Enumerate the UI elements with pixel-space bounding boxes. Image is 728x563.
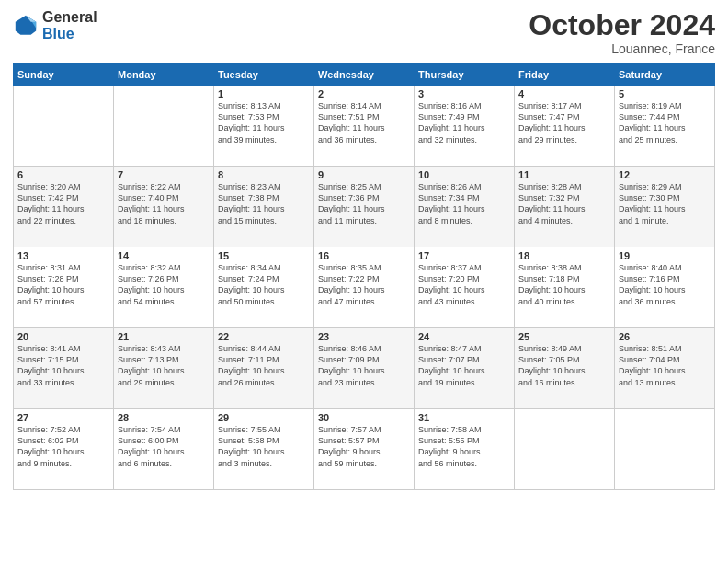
day-info: Sunrise: 8:19 AM Sunset: 7:44 PM Dayligh… [619,100,711,145]
day-info: Sunrise: 8:23 AM Sunset: 7:38 PM Dayligh… [218,181,310,226]
calendar-cell [14,86,114,167]
calendar-cell: 18Sunrise: 8:38 AM Sunset: 7:18 PM Dayli… [515,247,615,328]
day-info: Sunrise: 8:22 AM Sunset: 7:40 PM Dayligh… [118,181,210,226]
calendar-cell: 31Sunrise: 7:58 AM Sunset: 5:55 PM Dayli… [415,409,515,490]
day-number: 20 [17,331,109,342]
day-info: Sunrise: 8:20 AM Sunset: 7:42 PM Dayligh… [17,181,109,226]
day-number: 6 [17,169,109,180]
day-info: Sunrise: 7:54 AM Sunset: 6:00 PM Dayligh… [118,424,210,469]
calendar-cell: 10Sunrise: 8:26 AM Sunset: 7:34 PM Dayli… [415,167,515,247]
calendar-cell: 13Sunrise: 8:31 AM Sunset: 7:28 PM Dayli… [14,247,114,328]
day-info: Sunrise: 8:40 AM Sunset: 7:16 PM Dayligh… [619,262,711,307]
calendar-cell [615,409,715,490]
calendar-cell: 5Sunrise: 8:19 AM Sunset: 7:44 PM Daylig… [615,86,715,167]
day-number: 9 [318,169,410,180]
day-number: 7 [118,169,210,180]
day-info: Sunrise: 8:43 AM Sunset: 7:13 PM Dayligh… [118,343,210,388]
day-number: 4 [518,88,610,99]
day-number: 13 [17,250,109,261]
calendar-cell: 19Sunrise: 8:40 AM Sunset: 7:16 PM Dayli… [615,247,715,328]
day-number: 5 [619,88,711,99]
calendar-cell: 25Sunrise: 8:49 AM Sunset: 7:05 PM Dayli… [515,328,615,409]
calendar-cell: 14Sunrise: 8:32 AM Sunset: 7:26 PM Dayli… [114,247,214,328]
day-number: 30 [318,412,410,423]
calendar-cell: 22Sunrise: 8:44 AM Sunset: 7:11 PM Dayli… [214,328,314,409]
header-thursday: Thursday [415,64,515,86]
title-area: October 2024 Louannec, France [529,9,715,56]
day-info: Sunrise: 8:16 AM Sunset: 7:49 PM Dayligh… [418,100,510,145]
day-number: 21 [118,331,210,342]
day-number: 3 [418,88,510,99]
weekday-row: Sunday Monday Tuesday Wednesday Thursday… [14,64,715,86]
day-info: Sunrise: 7:55 AM Sunset: 5:58 PM Dayligh… [218,424,310,469]
header-friday: Friday [515,64,615,86]
calendar-week-5: 27Sunrise: 7:52 AM Sunset: 6:02 PM Dayli… [14,409,715,490]
calendar-cell: 7Sunrise: 8:22 AM Sunset: 7:40 PM Daylig… [114,167,214,247]
day-number: 19 [619,250,711,261]
logo: General Blue [13,9,97,41]
logo-blue-text: Blue [42,26,97,42]
calendar-cell: 1Sunrise: 8:13 AM Sunset: 7:53 PM Daylig… [214,86,314,167]
day-info: Sunrise: 7:58 AM Sunset: 5:55 PM Dayligh… [418,424,510,469]
calendar-cell: 28Sunrise: 7:54 AM Sunset: 6:00 PM Dayli… [114,409,214,490]
header: General Blue October 2024 Louannec, Fran… [13,9,715,56]
header-wednesday: Wednesday [314,64,415,86]
svg-marker-0 [16,15,36,34]
day-number: 23 [318,331,410,342]
logo-general-text: General [42,9,97,26]
day-number: 11 [518,169,610,180]
day-number: 26 [619,331,711,342]
day-info: Sunrise: 8:32 AM Sunset: 7:26 PM Dayligh… [118,262,210,307]
day-info: Sunrise: 8:25 AM Sunset: 7:36 PM Dayligh… [318,181,410,226]
calendar-week-1: 1Sunrise: 8:13 AM Sunset: 7:53 PM Daylig… [14,86,715,167]
day-number: 17 [418,250,510,261]
day-number: 25 [518,331,610,342]
calendar-cell [114,86,214,167]
calendar-cell: 3Sunrise: 8:16 AM Sunset: 7:49 PM Daylig… [415,86,515,167]
day-number: 10 [418,169,510,180]
day-info: Sunrise: 8:26 AM Sunset: 7:34 PM Dayligh… [418,181,510,226]
day-info: Sunrise: 8:34 AM Sunset: 7:24 PM Dayligh… [218,262,310,307]
day-number: 16 [318,250,410,261]
calendar-header: Sunday Monday Tuesday Wednesday Thursday… [14,64,715,86]
calendar-cell: 23Sunrise: 8:46 AM Sunset: 7:09 PM Dayli… [314,328,415,409]
calendar-cell: 27Sunrise: 7:52 AM Sunset: 6:02 PM Dayli… [14,409,114,490]
day-info: Sunrise: 8:47 AM Sunset: 7:07 PM Dayligh… [418,343,510,388]
calendar-cell: 17Sunrise: 8:37 AM Sunset: 7:20 PM Dayli… [415,247,515,328]
day-number: 24 [418,331,510,342]
day-info: Sunrise: 8:35 AM Sunset: 7:22 PM Dayligh… [318,262,410,307]
calendar-week-2: 6Sunrise: 8:20 AM Sunset: 7:42 PM Daylig… [14,167,715,247]
calendar-week-4: 20Sunrise: 8:41 AM Sunset: 7:15 PM Dayli… [14,328,715,409]
day-number: 12 [619,169,711,180]
calendar-cell: 16Sunrise: 8:35 AM Sunset: 7:22 PM Dayli… [314,247,415,328]
header-saturday: Saturday [615,64,715,86]
day-info: Sunrise: 8:31 AM Sunset: 7:28 PM Dayligh… [17,262,109,307]
calendar-cell: 4Sunrise: 8:17 AM Sunset: 7:47 PM Daylig… [515,86,615,167]
calendar-cell: 21Sunrise: 8:43 AM Sunset: 7:13 PM Dayli… [114,328,214,409]
calendar-cell: 15Sunrise: 8:34 AM Sunset: 7:24 PM Dayli… [214,247,314,328]
day-number: 22 [218,331,310,342]
calendar-page: General Blue October 2024 Louannec, Fran… [0,0,728,563]
calendar-cell: 24Sunrise: 8:47 AM Sunset: 7:07 PM Dayli… [415,328,515,409]
day-info: Sunrise: 8:28 AM Sunset: 7:32 PM Dayligh… [518,181,610,226]
calendar-cell [515,409,615,490]
day-number: 2 [318,88,410,99]
calendar-cell: 6Sunrise: 8:20 AM Sunset: 7:42 PM Daylig… [14,167,114,247]
day-info: Sunrise: 8:14 AM Sunset: 7:51 PM Dayligh… [318,100,410,145]
logo-text: General Blue [42,9,97,41]
calendar-body: 1Sunrise: 8:13 AM Sunset: 7:53 PM Daylig… [14,86,715,490]
day-info: Sunrise: 8:51 AM Sunset: 7:04 PM Dayligh… [619,343,711,388]
day-info: Sunrise: 7:57 AM Sunset: 5:57 PM Dayligh… [318,424,410,469]
location: Louannec, France [529,41,715,56]
header-monday: Monday [114,64,214,86]
day-info: Sunrise: 8:17 AM Sunset: 7:47 PM Dayligh… [518,100,610,145]
day-info: Sunrise: 8:49 AM Sunset: 7:05 PM Dayligh… [518,343,610,388]
calendar-cell: 20Sunrise: 8:41 AM Sunset: 7:15 PM Dayli… [14,328,114,409]
day-number: 18 [518,250,610,261]
day-number: 28 [118,412,210,423]
calendar-cell: 30Sunrise: 7:57 AM Sunset: 5:57 PM Dayli… [314,409,415,490]
header-sunday: Sunday [14,64,114,86]
day-info: Sunrise: 8:13 AM Sunset: 7:53 PM Dayligh… [218,100,310,145]
header-tuesday: Tuesday [214,64,314,86]
calendar-cell: 8Sunrise: 8:23 AM Sunset: 7:38 PM Daylig… [214,167,314,247]
